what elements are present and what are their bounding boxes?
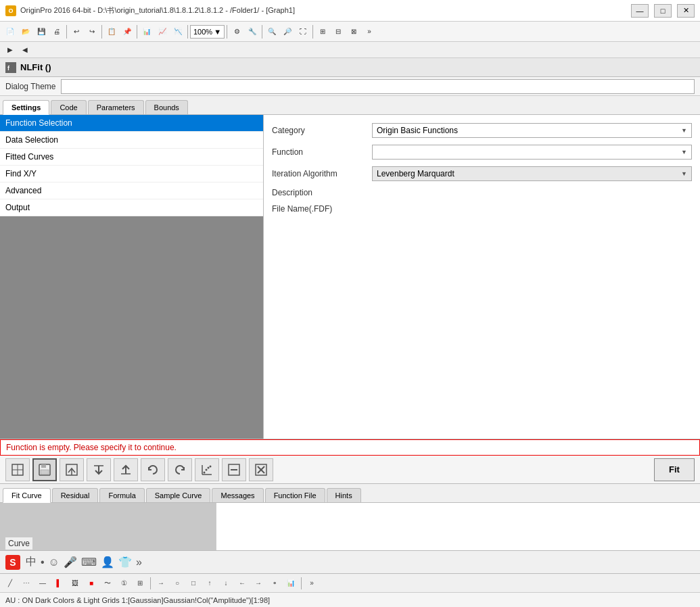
sep-7 [312, 25, 313, 39]
copy-button[interactable]: 📋 [104, 24, 119, 39]
bt-scatter-btn[interactable] [195, 458, 219, 481]
tab-settings[interactable]: Settings [3, 100, 49, 115]
chart-button[interactable]: 📊 [139, 24, 154, 39]
stats-button[interactable]: 📉 [170, 24, 185, 39]
tree-list: Function Selection Data Selection Fitted… [0, 115, 263, 216]
sogou-keyboard-icon[interactable]: ⌨ [81, 556, 97, 568]
open-button[interactable]: 📂 [18, 24, 33, 39]
sogou-chinese-icon[interactable]: 中 [26, 555, 37, 569]
bib-red-btn[interactable]: ■ [84, 576, 99, 591]
bt-up-btn[interactable] [114, 458, 138, 481]
tools-button[interactable]: 🔧 [245, 24, 260, 39]
tree-item-function-selection[interactable]: Function Selection [0, 115, 263, 132]
bib-right-btn[interactable]: → [251, 576, 266, 591]
dialog-theme-input[interactable] [61, 79, 695, 94]
zoom-in-button[interactable]: 🔍 [264, 24, 279, 39]
bt-cross-btn[interactable] [249, 458, 273, 481]
bib-scatter-btn[interactable]: ⚬ [267, 576, 282, 591]
toolbar-1: 📄 📂 💾 🖨 ↩ ↪ 📋 📌 📊 📈 📉 100% ▼ ⚙ 🔧 🔍 🔎 ⛶ ⊞… [0, 22, 700, 42]
bt-minus-btn[interactable] [222, 458, 246, 481]
category-dropdown-arrow: ▼ [681, 127, 687, 134]
plot-button[interactable]: 📈 [155, 24, 170, 39]
bib-up-btn[interactable]: ↑ [202, 576, 217, 591]
layer-button[interactable]: ⊠ [346, 24, 361, 39]
tb2-btn2[interactable]: ◀ [18, 43, 32, 57]
tree-item-fitted-curves[interactable]: Fitted Curves [0, 149, 263, 166]
nlfit-title: NLFit () [20, 62, 51, 72]
bib-arrow-btn[interactable]: → [154, 576, 168, 591]
align-button[interactable]: ⊟ [331, 24, 346, 39]
statusbar: AU : ON Dark Colors & Light Grids 1:[Gau… [0, 592, 700, 607]
bib-line-btn[interactable]: ╱ [3, 576, 18, 591]
btab-hints[interactable]: Hints [327, 488, 361, 502]
bib-more-btn[interactable]: » [304, 576, 319, 591]
btab-fit-curve[interactable]: Fit Curve [3, 488, 51, 503]
bib-dots-btn[interactable]: ⋯ [19, 576, 34, 591]
maximize-button[interactable]: □ [654, 4, 672, 18]
zoom-value: 100% [193, 28, 212, 36]
btab-residual[interactable]: Residual [52, 488, 99, 502]
bt-export-btn[interactable] [60, 458, 84, 481]
tree-item-data-selection[interactable]: Data Selection [0, 132, 263, 149]
sogou-smiley-icon[interactable]: ☺ [49, 556, 60, 568]
title-bar: O OriginPro 2016 64-bit - D:\书\origin_tu… [0, 0, 700, 22]
tb2-btn1[interactable]: ▶ [3, 43, 18, 57]
fit-button[interactable]: Fit [654, 458, 695, 481]
bib-wave-btn[interactable]: 〜 [100, 576, 115, 591]
category-value: Origin Basic Functions [377, 126, 458, 135]
zoom-box[interactable]: 100% ▼ [190, 25, 225, 39]
snap-button[interactable]: ⊞ [315, 24, 330, 39]
tree-item-output[interactable]: Output [0, 199, 263, 216]
bib-chart2-btn[interactable]: 📊 [283, 576, 298, 591]
tree-item-advanced[interactable]: Advanced [0, 183, 263, 199]
curve-label: Curve [5, 537, 32, 550]
tree-item-find-xy[interactable]: Find X/Y [0, 166, 263, 183]
category-dropdown[interactable]: Origin Basic Functions ▼ [372, 123, 692, 138]
sogou-user-icon[interactable]: 👤 [101, 556, 114, 568]
bib-grid-btn[interactable]: ⊞ [133, 576, 147, 591]
zoom-out-button[interactable]: 🔎 [280, 24, 295, 39]
tab-bounds[interactable]: Bounds [145, 100, 188, 114]
bib-num-btn[interactable]: ① [116, 576, 131, 591]
bib-down-btn2[interactable]: ↓ [218, 576, 233, 591]
sogou-mic-icon[interactable]: 🎤 [64, 556, 77, 568]
tab-parameters[interactable]: Parameters [88, 100, 144, 114]
filename-row: File Name(.FDF) [272, 204, 692, 214]
more-button[interactable]: » [362, 24, 377, 39]
bt-undo-btn[interactable] [141, 458, 165, 481]
bib-dash-btn[interactable]: — [35, 576, 50, 591]
bt-select-btn[interactable] [5, 458, 30, 481]
iteration-dropdown[interactable]: Levenberg Marquardt ▼ [372, 166, 692, 181]
sep-2 [101, 25, 102, 39]
paste-button[interactable]: 📌 [120, 24, 135, 39]
undo-button[interactable]: ↩ [69, 24, 84, 39]
redo-button[interactable]: ↪ [85, 24, 99, 39]
bt-down-btn[interactable] [87, 458, 111, 481]
sogou-more2-icon[interactable]: » [136, 556, 142, 568]
bib-circle-btn[interactable]: ○ [170, 576, 185, 591]
nlfit-icon: f [5, 62, 16, 73]
fit-all-button[interactable]: ⛶ [296, 24, 310, 39]
btab-messages[interactable]: Messages [212, 488, 263, 502]
bt-save-btn[interactable] [32, 458, 57, 481]
save-button[interactable]: 💾 [34, 24, 49, 39]
tab-code[interactable]: Code [51, 100, 86, 114]
print-button[interactable]: 🖨 [49, 24, 64, 39]
function-dropdown[interactable]: ▼ [372, 145, 692, 160]
minimize-button[interactable]: — [631, 4, 649, 18]
new-button[interactable]: 📄 [3, 24, 18, 39]
bib-img-btn[interactable]: 🖼 [68, 576, 83, 591]
svg-point-18 [208, 466, 210, 468]
sogou-shirt-icon[interactable]: 👕 [118, 556, 132, 568]
bib-square-btn[interactable]: □ [186, 576, 201, 591]
btab-formula[interactable]: Formula [99, 488, 144, 502]
btab-function-file[interactable]: Function File [265, 488, 325, 502]
zoom-dropdown-arrow: ▼ [214, 28, 221, 36]
btab-sample-curve[interactable]: Sample Curve [146, 488, 211, 502]
bib-bar-btn[interactable]: ▌ [51, 576, 66, 591]
bib-left-btn[interactable]: ← [235, 576, 250, 591]
close-button[interactable]: ✕ [677, 4, 695, 18]
settings-button[interactable]: ⚙ [229, 24, 244, 39]
bt-redo-btn[interactable] [168, 458, 192, 481]
sogou-dot-icon[interactable]: • [41, 556, 45, 568]
